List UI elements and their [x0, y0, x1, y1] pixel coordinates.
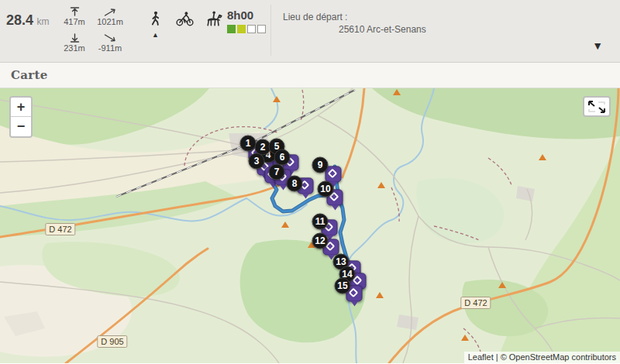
min-altitude-icon — [69, 33, 81, 43]
waypoint-marker-11[interactable]: 11 — [312, 214, 329, 230]
distance-unit: km — [37, 16, 50, 27]
zoom-in-button[interactable]: + — [11, 98, 31, 117]
horse-riding-icon — [204, 11, 223, 27]
walking-icon — [149, 11, 163, 27]
map-tiles — [0, 88, 620, 363]
difficulty-square-1 — [227, 25, 236, 33]
collapse-panel-button[interactable]: ▼ — [592, 40, 603, 51]
waypoint-marker-3[interactable]: 3 — [249, 153, 265, 170]
waypoint-marker-8[interactable]: 8 — [287, 176, 303, 192]
route-summary-header: 28.4 km 417m 1021m 231m — [0, 0, 620, 63]
min-altitude-stat: 231m — [57, 33, 91, 59]
waypoint-marker-10[interactable]: 10 — [318, 181, 334, 197]
elevation-loss-stat: -911m — [91, 33, 129, 59]
road-shield: D 472 — [460, 297, 491, 309]
duration-value: 8h00 — [227, 9, 266, 22]
waypoint-marker-12[interactable]: 12 — [312, 233, 329, 249]
fullscreen-button[interactable] — [583, 96, 611, 117]
waypoint-marker-1[interactable]: 1 — [240, 136, 257, 152]
cycling-icon — [176, 12, 194, 26]
photo-pin-icon — [328, 169, 338, 179]
activity-horse-riding-button[interactable] — [203, 9, 223, 28]
waypoint-marker-9[interactable]: 9 — [312, 157, 329, 173]
elevation-stats: 417m 1021m 231m -911m — [57, 6, 129, 59]
map-attribution[interactable]: Leaflet | © OpenStreetMap contributors — [464, 352, 620, 363]
header-divider — [270, 5, 271, 56]
photo-pin-icon — [349, 288, 359, 298]
expand-arrows-icon — [587, 100, 607, 114]
difficulty-indicator — [227, 25, 266, 33]
map-section-title: Carte — [0, 63, 620, 88]
map-canvas[interactable]: + − Leaflet | © OpenStreetMap contributo… — [0, 88, 620, 363]
activity-cycling-button[interactable] — [174, 9, 195, 28]
elevation-gain-icon — [104, 6, 117, 17]
duration-block: 8h00 — [227, 9, 266, 33]
activity-selector — [146, 9, 223, 28]
min-altitude-value: 231m — [64, 43, 85, 53]
road-shield: D 905 — [97, 335, 127, 348]
max-altitude-stat: 417m — [57, 6, 91, 33]
waypoint-marker-7[interactable]: 7 — [269, 164, 285, 180]
zoom-control: + − — [9, 96, 33, 138]
start-location: Lieu de départ : 25610 Arc-et-Senans — [283, 12, 426, 35]
distance: 28.4 km — [6, 12, 50, 29]
difficulty-square-4 — [257, 25, 266, 33]
route-page: 28.4 km 417m 1021m 231m — [0, 0, 620, 364]
start-location-label: Lieu de départ : — [283, 12, 426, 22]
waypoint-marker-6[interactable]: 6 — [274, 149, 291, 166]
activity-walking-button[interactable] — [146, 9, 166, 28]
max-altitude-icon — [69, 6, 81, 17]
start-location-value: 25610 Arc-et-Senans — [339, 24, 426, 35]
max-altitude-value: 417m — [64, 17, 85, 26]
elevation-gain-stat: 1021m — [91, 6, 129, 33]
selected-activity-marker: ▲ — [152, 31, 159, 39]
elevation-loss-icon — [104, 33, 117, 43]
zoom-out-button[interactable]: − — [11, 117, 31, 136]
difficulty-square-3 — [247, 25, 256, 33]
elevation-loss-value: -911m — [98, 43, 122, 53]
photo-waypoint-pin-8[interactable] — [326, 166, 342, 182]
waypoint-marker-15[interactable]: 15 — [335, 278, 351, 294]
road-shield: D 472 — [45, 223, 75, 235]
difficulty-square-2 — [237, 25, 246, 33]
distance-value: 28.4 — [6, 12, 33, 28]
map-section-header[interactable]: Carte — [0, 63, 620, 88]
elevation-gain-value: 1021m — [97, 17, 123, 26]
